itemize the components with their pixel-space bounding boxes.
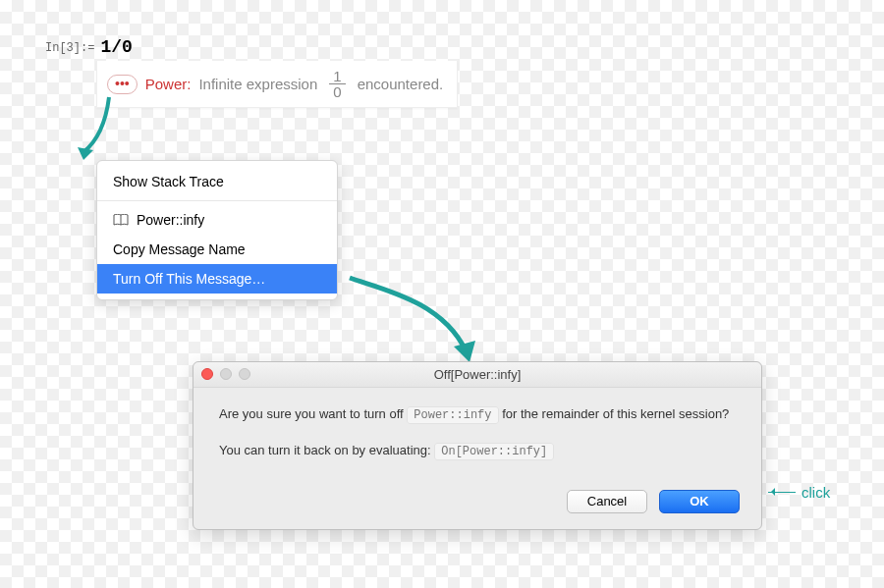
ok-button[interactable]: OK [659,490,740,513]
message-output: ••• Power: Infinite expression 1 0 encou… [96,61,458,108]
arrow-icon [344,272,491,370]
in-expression: 1/0 [100,37,132,57]
menu-item-symbol-doc[interactable]: Power::infy [97,205,337,235]
zoom-window-button[interactable] [239,368,250,380]
menu-item-label: Show Stack Trace [113,174,224,189]
message-options-button[interactable]: ••• [107,75,138,94]
code-chip: On[Power::infy] [434,443,554,460]
menu-item-copy-message-name[interactable]: Copy Message Name [97,235,337,264]
menu-separator [97,200,337,201]
click-label: click [801,484,830,501]
dialog-title: Off[Power::infy] [434,367,522,382]
menu-item-label: Turn Off This Message… [113,271,265,287]
minimize-window-button[interactable] [220,368,232,380]
confirm-dialog: Off[Power::infy] Are you sure you want t… [193,361,762,530]
dialog-titlebar: Off[Power::infy] [193,362,761,388]
window-controls [201,368,250,380]
book-icon [113,214,129,226]
message-tag: Power: [145,76,192,92]
code-chip: Power::infy [407,406,498,424]
menu-item-show-stack-trace[interactable]: Show Stack Trace [97,167,337,196]
dialog-line-2: You can turn it back on by evaluating: O… [219,442,736,460]
arrow-icon [74,93,123,170]
fraction-numerator: 1 [329,69,345,84]
arrow-left-icon [768,492,796,493]
message-context-menu: Show Stack Trace Power::infy Copy Messag… [96,160,338,300]
cancel-button[interactable]: Cancel [567,490,647,513]
notebook-input-row: In[3]:= 1/0 [45,37,133,57]
click-annotation: click [768,484,830,501]
menu-item-label: Power::infy [137,212,204,228]
menu-item-turn-off-message[interactable]: Turn Off This Message… [97,264,337,294]
fraction-denominator: 0 [329,84,345,99]
message-text-before: Infinite expression [198,76,317,92]
message-fraction: 1 0 [329,69,345,99]
message-text-after: encountered. [358,76,444,92]
dialog-footer: Cancel OK [193,484,761,529]
menu-item-label: Copy Message Name [113,241,246,257]
dialog-body: Are you sure you want to turn off Power:… [193,388,761,484]
dialog-line-1: Are you sure you want to turn off Power:… [219,405,736,424]
in-label: In[3]:= [45,37,94,55]
close-window-button[interactable] [201,368,213,380]
